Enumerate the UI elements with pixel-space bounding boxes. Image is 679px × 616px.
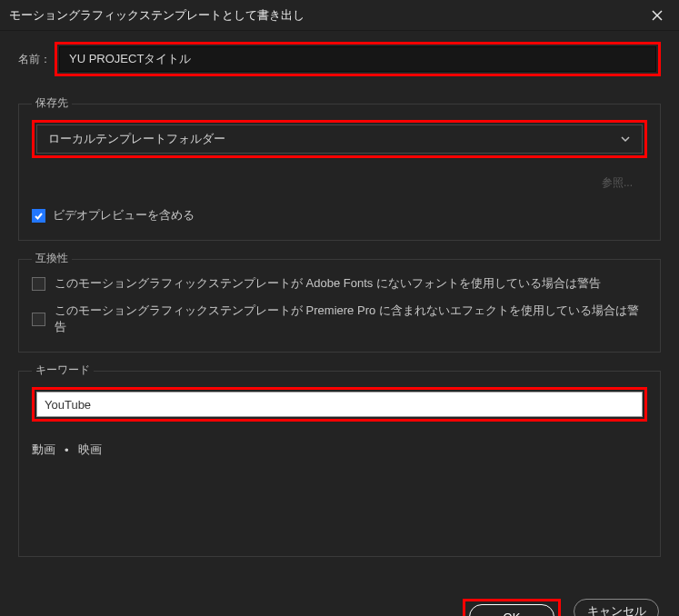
check-icon [34, 211, 44, 221]
keyword-input[interactable] [36, 392, 643, 417]
chevron-down-icon [620, 134, 631, 144]
tag-separator-icon: • [65, 443, 69, 457]
ok-button[interactable]: OK [469, 604, 554, 616]
save-location-value: ローカルテンプレートフォルダー [48, 131, 225, 147]
keyword-highlight [32, 387, 647, 422]
name-label: 名前： [18, 52, 55, 67]
keyword-tag-movie[interactable]: 映画 [78, 442, 102, 458]
compat-section-label: 互換性 [32, 251, 72, 266]
cancel-button[interactable]: キャンセル [574, 599, 659, 616]
name-input[interactable] [59, 46, 656, 72]
name-highlight [55, 42, 661, 76]
include-preview-label: ビデオプレビューを含める [53, 207, 195, 224]
close-button[interactable] [644, 3, 670, 28]
compat-fonts-checkbox[interactable] [32, 277, 45, 291]
compat-effects-label: このモーショングラフィックステンプレートが Premiere Pro に含まれな… [55, 303, 647, 335]
close-icon [651, 9, 664, 22]
ok-highlight: OK [463, 599, 561, 616]
compat-effects-checkbox[interactable] [32, 313, 45, 326]
keyword-section-label: キーワード [32, 363, 94, 378]
compat-fonts-label: このモーショングラフィックステンプレートが Adobe Fonts にないフォン… [55, 275, 601, 292]
keyword-tag-video[interactable]: 動画 [32, 442, 55, 458]
include-preview-checkbox[interactable] [32, 209, 45, 223]
save-location-highlight: ローカルテンプレートフォルダー [32, 120, 647, 158]
save-location-select[interactable]: ローカルテンプレートフォルダー [36, 124, 643, 154]
browse-button: 参照... [587, 171, 647, 194]
save-section-label: 保存先 [32, 95, 72, 111]
dialog-title: モーショングラフィックステンプレートとして書き出し [9, 7, 305, 24]
